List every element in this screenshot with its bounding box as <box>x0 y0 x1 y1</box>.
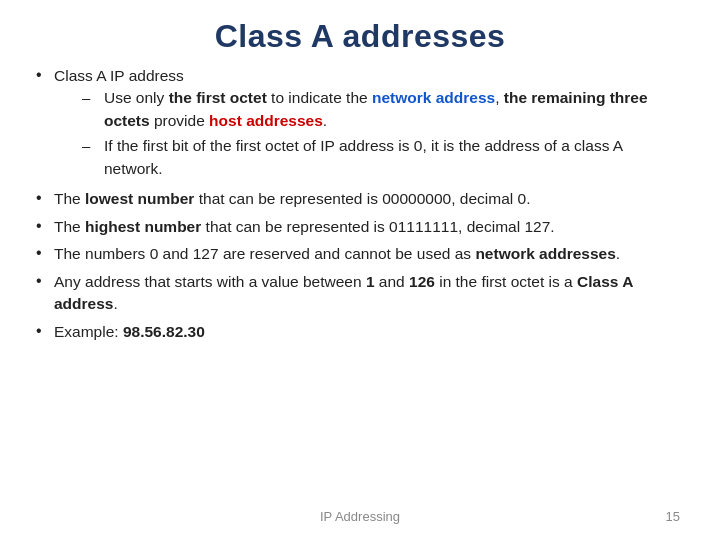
bullet-text: The lowest number that can be represente… <box>54 188 684 210</box>
text-bold: highest number <box>85 218 201 235</box>
list-item: • The numbers 0 and 127 are reserved and… <box>36 243 684 265</box>
dash-icon: – <box>82 87 104 109</box>
sub-text: Use only the first octet to indicate the… <box>104 87 684 132</box>
bullet-icon: • <box>36 65 54 84</box>
slide: Class A addresses • Class A IP address –… <box>0 0 720 540</box>
bullet-icon: • <box>36 188 54 207</box>
dash-icon: – <box>82 135 104 157</box>
list-item: – Use only the first octet to indicate t… <box>82 87 684 132</box>
text-bold: lowest number <box>85 190 194 207</box>
footer-center-text: IP Addressing <box>0 509 720 524</box>
bullet-icon: • <box>36 216 54 235</box>
sub-text: If the first bit of the first octet of I… <box>104 135 684 180</box>
bullet-icon: • <box>36 271 54 290</box>
text-bold: Class A address <box>54 273 633 312</box>
footer-page-number: 15 <box>666 509 680 524</box>
list-item: • Class A IP address – Use only the firs… <box>36 65 684 183</box>
slide-title: Class A addresses <box>36 18 684 55</box>
bullet-text: Example: 98.56.82.30 <box>54 321 684 343</box>
footer: IP Addressing 15 <box>0 509 720 524</box>
text-bold: 1 <box>366 273 375 290</box>
text-bold-blue: network address <box>372 89 495 106</box>
bullet-text: Any address that starts with a value bet… <box>54 271 684 316</box>
bullet-text: The highest number that can be represent… <box>54 216 684 238</box>
bullet-text: The numbers 0 and 127 are reserved and c… <box>54 243 684 265</box>
list-item: • The highest number that can be represe… <box>36 216 684 238</box>
text-bold: 126 <box>409 273 435 290</box>
list-item: – If the first bit of the first octet of… <box>82 135 684 180</box>
list-item: • The lowest number that can be represen… <box>36 188 684 210</box>
text-bold: network addresses <box>475 245 615 262</box>
bullet-text: Class A IP address – Use only the first … <box>54 65 684 183</box>
text-bold: the first octet <box>169 89 267 106</box>
text-bold-red: host addresses <box>209 112 323 129</box>
bullet-icon: • <box>36 243 54 262</box>
list-item: • Example: 98.56.82.30 <box>36 321 684 343</box>
text-bold: 98.56.82.30 <box>123 323 205 340</box>
content-area: • Class A IP address – Use only the firs… <box>36 65 684 343</box>
text-span: Class A IP address <box>54 67 184 84</box>
bullet-icon: • <box>36 321 54 340</box>
list-item: • Any address that starts with a value b… <box>36 271 684 316</box>
